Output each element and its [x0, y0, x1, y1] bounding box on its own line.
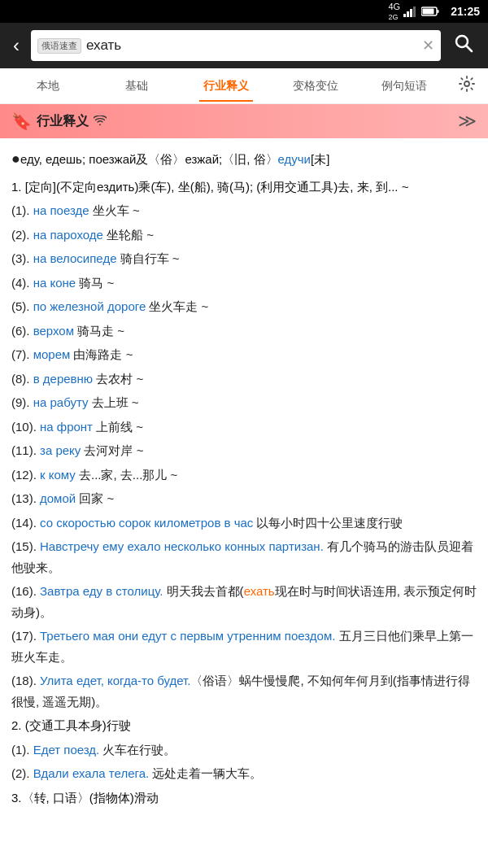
- line-1-4: (4). на коне 骑马 ~: [11, 273, 477, 294]
- search-input-wrapper[interactable]: 俄语速查 ✕: [31, 30, 441, 61]
- industry-banner: 🔖 行业释义 ≫: [0, 104, 488, 138]
- line-1-16: (16). Завтра еду в столицу. 明天我去首都(ехать…: [11, 581, 477, 622]
- tab-basic[interactable]: 基础: [93, 71, 182, 102]
- line-1-13: (13). домой 回家 ~: [11, 488, 477, 509]
- line-2-2: (2). Вдали ехала телега. 远处走着一辆大车。: [11, 763, 477, 784]
- header-line: ●еду, едешь; поезжай及〈俗〉езжай;〈旧, 俗〉едуч…: [11, 146, 477, 172]
- line-1-15: (15). Навстречу ему ехало несколько конн…: [11, 536, 477, 578]
- search-bar: ‹ 俄语速查 ✕: [0, 23, 488, 68]
- svg-rect-2: [410, 9, 412, 17]
- svg-point-9: [464, 81, 469, 86]
- status-bar: 4G 2G 21:25: [0, 0, 488, 23]
- line-1-5: (5). по железной дороге 坐火车走 ~: [11, 296, 477, 317]
- line-1-3: (3). на велосипеде 骑自行车 ~: [11, 248, 477, 269]
- svg-rect-1: [407, 11, 409, 17]
- svg-rect-0: [403, 14, 406, 17]
- tab-conjugation[interactable]: 变格变位: [271, 71, 360, 102]
- line-2-1: (1). Едет поезд. 火车在行驶。: [11, 739, 477, 761]
- search-input[interactable]: [86, 37, 417, 54]
- tab-local[interactable]: 本地: [3, 71, 93, 102]
- tab-examples[interactable]: 例句短语: [359, 71, 449, 102]
- wifi-icon: [94, 114, 107, 129]
- tab-industry[interactable]: 行业释义: [181, 71, 271, 102]
- line-1-7: (7). морем 由海路走 ~: [11, 344, 477, 365]
- line-3: 3.〈转, 口语〉(指物体)滑动: [11, 787, 477, 809]
- svg-line-8: [466, 46, 472, 51]
- line-1-1: (1). на поезде 坐火车 ~: [11, 200, 477, 221]
- signal-bars: [403, 6, 418, 17]
- line-1-18: (18). Улита едет, когда-то будет.〈俗语〉蜗牛慢…: [11, 670, 477, 712]
- line-1-14: (14). со скоростью сорок километров в ча…: [11, 513, 477, 534]
- line-1-9: (9). на рабуту 去上班 ~: [11, 392, 477, 413]
- clear-button[interactable]: ✕: [422, 37, 434, 55]
- search-button[interactable]: [447, 32, 480, 59]
- line-1-6: (6). верхом 骑马走 ~: [11, 321, 477, 342]
- line-2: 2. (交通工具本身)行驶: [11, 715, 477, 736]
- tab-bar: 本地 基础 行业释义 变格变位 例句短语: [0, 68, 488, 104]
- line-1-12: (12). к кому 去...家, 去...那儿 ~: [11, 465, 477, 486]
- line-1-2: (2). на пароходе 坐轮船 ~: [11, 225, 477, 246]
- entry-header: ●еду, едешь; поезжай及〈俗〉езжай;〈旧, 俗〉едуч…: [11, 146, 477, 172]
- svg-rect-3: [413, 7, 416, 17]
- line-1-17: (17). Третьего мая они едут с первым утр…: [11, 626, 477, 667]
- line-1-8: (8). в деревню 去农村 ~: [11, 369, 477, 390]
- bookmark-icon: 🔖: [11, 111, 32, 131]
- settings-button[interactable]: [449, 76, 485, 96]
- back-button[interactable]: ‹: [8, 34, 24, 57]
- time-display: 21:25: [451, 5, 480, 18]
- line-1-10: (10). на фронт 上前线 ~: [11, 417, 477, 438]
- expand-icon[interactable]: ≫: [458, 111, 477, 132]
- battery-icon: [421, 7, 439, 16]
- main-content: ●еду, едешь; поезжай及〈俗〉езжай;〈旧, 俗〉едуч…: [0, 138, 488, 827]
- search-tag: 俄语速查: [37, 38, 81, 54]
- svg-rect-5: [438, 10, 439, 13]
- banner-title: 🔖 行业释义: [11, 111, 107, 131]
- network-icon: 4G 2G: [389, 2, 401, 21]
- signal-icons: 4G 2G: [389, 2, 440, 21]
- line-1-11: (11). за реку 去河对岸 ~: [11, 440, 477, 461]
- line-1: 1. [定向](不定向ездить)乘(车), 坐(船), 骑(马); (利用交…: [11, 177, 477, 198]
- svg-rect-6: [423, 9, 434, 15]
